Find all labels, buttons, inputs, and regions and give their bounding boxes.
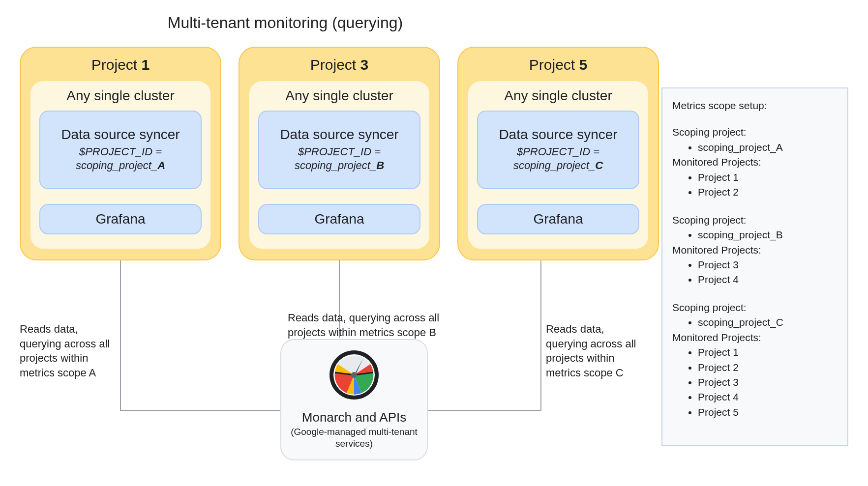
list-item: Project 3 (698, 257, 838, 272)
monitored-projects-list: Project 1 Project 2 (672, 170, 838, 200)
cluster-label: Any single cluster (249, 88, 429, 104)
list-item: Project 5 (698, 405, 838, 420)
cluster-box: Any single cluster Data source syncer $P… (248, 80, 430, 250)
project-title-prefix: Project (91, 57, 142, 73)
grafana-label: Grafana (483, 211, 633, 227)
syncer-title: Data source syncer (483, 127, 633, 143)
syncer-project-id: $PROJECT_ID = scoping_project_A (45, 145, 196, 173)
scoping-project-list: scoping_project_B (672, 228, 838, 242)
list-item: Project 4 (698, 272, 838, 287)
project-title-prefix: Project (310, 57, 360, 73)
grafana-box: Grafana (39, 204, 202, 234)
monitored-projects-label: Monitored Projects: (672, 243, 838, 257)
grafana-label: Grafana (264, 211, 415, 227)
caption-scope-a: Reads data, querying across all projects… (20, 322, 118, 380)
metrics-scope-sidebar: Metrics scope setup: Scoping project: sc… (661, 87, 848, 446)
scoping-project-list: scoping_project_C (672, 315, 838, 330)
monarch-title: Monarch and APIs (286, 410, 422, 425)
project-card-5: Project 5 Any single cluster Data source… (457, 47, 659, 260)
project-title-number: 5 (579, 57, 588, 73)
scoping-project-label: Scoping project: (672, 300, 838, 315)
project-title-number: 3 (360, 57, 369, 73)
list-item: Project 1 (698, 170, 838, 185)
scoping-project-list: scoping_project_A (672, 140, 838, 155)
project-title-number: 1 (142, 57, 150, 73)
data-source-syncer-box: Data source syncer $PROJECT_ID = scoping… (258, 111, 420, 189)
gauge-icon (327, 348, 381, 402)
caption-scope-b: Reads data, querying across all projects… (288, 311, 470, 340)
cluster-label: Any single cluster (468, 88, 648, 104)
list-item: scoping_project_C (698, 315, 838, 330)
scope-group-b: Scoping project: scoping_project_B Monit… (672, 213, 838, 287)
cluster-label: Any single cluster (30, 88, 210, 104)
project-title: Project 5 (458, 57, 658, 73)
list-item: Project 2 (698, 185, 838, 200)
monitored-projects-list: Project 1 Project 2 Project 3 Project 4 … (672, 345, 838, 420)
grafana-label: Grafana (45, 211, 196, 227)
data-source-syncer-box: Data source syncer $PROJECT_ID = scoping… (39, 111, 202, 189)
monarch-apis-box: Monarch and APIs (Google-managed multi-t… (280, 339, 428, 460)
list-item: Project 3 (698, 375, 838, 390)
scope-group-a: Scoping project: scoping_project_A Monit… (672, 125, 838, 200)
cluster-box: Any single cluster Data source syncer $P… (30, 80, 211, 250)
data-source-syncer-box: Data source syncer $PROJECT_ID = scoping… (477, 111, 639, 189)
sidebar-heading: Metrics scope setup: (672, 98, 838, 113)
monitored-projects-list: Project 3 Project 4 (672, 257, 838, 287)
monitored-projects-label: Monitored Projects: (672, 155, 838, 170)
scoping-project-label: Scoping project: (672, 213, 838, 228)
syncer-title: Data source syncer (264, 127, 415, 143)
syncer-title: Data source syncer (45, 127, 196, 143)
scope-group-c: Scoping project: scoping_project_C Monit… (672, 300, 838, 420)
list-item: Project 2 (698, 360, 838, 375)
syncer-project-id: $PROJECT_ID = scoping_project_B (264, 145, 415, 173)
syncer-project-id: $PROJECT_ID = scoping_project_C (483, 145, 633, 173)
list-item: scoping_project_A (698, 140, 838, 155)
page-title: Multi-tenant monitoring (querying) (0, 14, 570, 32)
monitored-projects-label: Monitored Projects: (672, 330, 838, 345)
project-card-1: Project 1 Any single cluster Data source… (20, 47, 221, 260)
project-title: Project 1 (21, 57, 220, 73)
list-item: Project 1 (698, 345, 838, 360)
project-title: Project 3 (239, 57, 439, 73)
list-item: Project 4 (698, 390, 838, 404)
list-item: scoping_project_B (698, 228, 838, 242)
project-card-3: Project 3 Any single cluster Data source… (239, 47, 440, 260)
grafana-box: Grafana (258, 204, 420, 234)
scoping-project-label: Scoping project: (672, 125, 838, 140)
monarch-subtitle: (Google-managed multi-tenant services) (286, 426, 422, 450)
project-title-prefix: Project (529, 57, 579, 73)
grafana-box: Grafana (477, 204, 639, 234)
svg-point-9 (351, 372, 357, 378)
cluster-box: Any single cluster Data source syncer $P… (467, 80, 649, 250)
caption-scope-c: Reads data, querying across all projects… (546, 322, 644, 380)
